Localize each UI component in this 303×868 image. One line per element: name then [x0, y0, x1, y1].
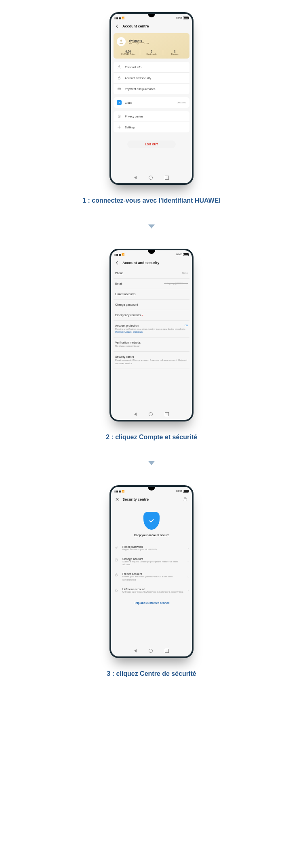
lock-icon — [117, 75, 122, 80]
cloud-icon: ☁ — [117, 100, 122, 105]
row-verification[interactable]: Verification methods No phone number lin… — [114, 338, 189, 352]
menu-list: Personal info Account and security Payme… — [114, 62, 189, 94]
battery-icon — [183, 490, 189, 493]
signal-indicator: ▯▮▮ ▮▮ 📶 — [114, 253, 124, 256]
caption-1: 1 : connectez-vous avec l'identifiant HU… — [82, 197, 221, 204]
row-reset-password[interactable]: Reset password Regain access to your HUA… — [114, 542, 189, 554]
nav-back-icon[interactable] — [134, 413, 137, 416]
nav-recent-icon[interactable] — [165, 176, 169, 180]
user-stats: 0.00 HUAWEI Points 0 Bank cards 3 Device… — [117, 50, 186, 55]
key-icon — [114, 546, 119, 551]
nav-bar — [111, 645, 192, 656]
svg-rect-12 — [116, 575, 118, 577]
menu-cloud[interactable]: ☁ Cloud Disabled — [114, 97, 189, 108]
nav-back-icon[interactable] — [134, 176, 137, 179]
svg-rect-2 — [118, 78, 120, 79]
nav-home-icon[interactable] — [149, 412, 153, 416]
back-icon[interactable] — [115, 24, 119, 28]
row-linked[interactable]: Linked accounts — [114, 289, 189, 300]
person-icon — [117, 65, 122, 69]
account-switch-icon[interactable] — [183, 497, 188, 502]
row-unfreeze[interactable]: Unfreeze account Unfreeze your account w… — [114, 585, 189, 597]
battery-icon — [183, 253, 189, 256]
stat-bankcards[interactable]: 0 Bank cards — [140, 50, 164, 55]
menu-personal-info[interactable]: Personal info — [114, 62, 189, 73]
card-icon — [117, 86, 122, 91]
chevron-right-icon: › — [187, 560, 189, 564]
signal-indicator: ▯▮▮ ▮▮ 📶 — [114, 17, 124, 19]
page-title: Account and security — [122, 261, 160, 265]
svg-rect-13 — [116, 590, 118, 591]
nav-bar — [111, 409, 192, 420]
close-icon[interactable] — [115, 497, 119, 501]
lock-icon — [114, 573, 119, 578]
svg-point-8 — [119, 127, 120, 128]
battery-icon — [183, 17, 189, 19]
caption-2: 2 : cliquez Compte et sécurité — [106, 434, 197, 441]
menu-settings[interactable]: Settings — [114, 122, 189, 132]
security-heading: Keep your account secure — [114, 534, 189, 537]
header-bar: Account and security — [111, 258, 192, 268]
menu-privacy[interactable]: Privacy centre — [114, 111, 189, 122]
svg-point-0 — [120, 40, 122, 42]
nav-home-icon[interactable] — [149, 176, 153, 180]
email-value: elvisgong@******.com — [164, 282, 188, 285]
svg-rect-3 — [118, 88, 121, 90]
phone-value: None — [182, 272, 188, 275]
row-security-centre[interactable]: Security centre Reset password, Change a… — [114, 352, 189, 369]
help-link[interactable]: Help and customer service — [114, 597, 189, 609]
unlock-icon — [114, 588, 119, 593]
down-arrow-icon — [148, 224, 155, 229]
page-title: Security centre — [122, 497, 149, 501]
user-card[interactable]: elvisgong elvi*****@******.com 0.00 HUAW… — [114, 33, 189, 59]
nav-recent-icon[interactable] — [165, 649, 169, 653]
back-icon[interactable] — [115, 261, 119, 265]
status-time: 08:08 — [176, 490, 182, 492]
privacy-icon — [117, 114, 122, 119]
row-freeze[interactable]: Freeze account Freeze your account if yo… — [114, 569, 189, 584]
nav-back-icon[interactable] — [134, 649, 137, 652]
stat-devices[interactable]: 3 Devices — [163, 50, 186, 55]
user-name: elvisgong — [129, 39, 149, 42]
row-change-password[interactable]: Change password — [114, 300, 189, 310]
chevron-right-icon: › — [187, 575, 189, 579]
status-time: 08:08 — [176, 17, 182, 19]
chevron-right-icon: › — [187, 589, 189, 592]
stat-points[interactable]: 0.00 HUAWEI Points — [117, 50, 140, 55]
upgrade-link[interactable]: Upgrade Account protection — [115, 331, 143, 333]
shield-icon — [143, 512, 160, 530]
required-dot-icon: • — [141, 314, 142, 317]
signal-indicator: ▯▮▮ ▮▮ 📶 — [114, 490, 124, 493]
row-email[interactable]: Email elvisgong@******.com — [114, 279, 189, 289]
phone-screen-1: ▯▮▮ ▮▮ 📶 08:08 Account centre elvisgong … — [109, 12, 194, 185]
caption-3: 3 : cliquez Centre de sécurité — [107, 670, 196, 677]
row-account-protection[interactable]: Account protection ON Require a verifica… — [114, 321, 189, 338]
avatar — [117, 37, 126, 46]
svg-point-10 — [115, 548, 116, 549]
gear-icon — [117, 125, 122, 130]
header-bar: Account centre — [111, 21, 192, 31]
user-email: elvi*****@******.com — [129, 42, 149, 44]
svg-point-9 — [185, 497, 186, 499]
nav-bar — [111, 172, 192, 183]
svg-point-1 — [119, 65, 120, 67]
header-bar: Security centre — [111, 494, 192, 505]
protection-state: ON — [185, 324, 188, 327]
status-time: 08:08 — [176, 253, 182, 256]
page-title: Account centre — [122, 24, 149, 28]
cloud-status: Disabled — [177, 101, 186, 104]
down-arrow-icon — [148, 461, 155, 465]
menu-account-security[interactable]: Account and security — [114, 73, 189, 84]
phone-screen-3: ▯▮▮ ▮▮ 📶 08:08 Security centre Keep your… — [109, 485, 194, 658]
row-phone[interactable]: Phone None — [114, 268, 189, 279]
chevron-right-icon: › — [187, 547, 189, 550]
logout-button[interactable]: LOG OUT — [127, 140, 176, 148]
menu-payment[interactable]: Payment and purchases — [114, 84, 189, 94]
row-emergency[interactable]: Emergency contacts • — [114, 310, 189, 321]
nav-home-icon[interactable] — [149, 649, 153, 653]
edit-icon — [114, 558, 119, 563]
phone-screen-2: ▯▮▮ ▮▮ 📶 08:08 Account and security Phon… — [109, 249, 194, 421]
nav-recent-icon[interactable] — [165, 412, 169, 416]
row-change-account[interactable]: Change account Submit a request to chang… — [114, 554, 189, 569]
